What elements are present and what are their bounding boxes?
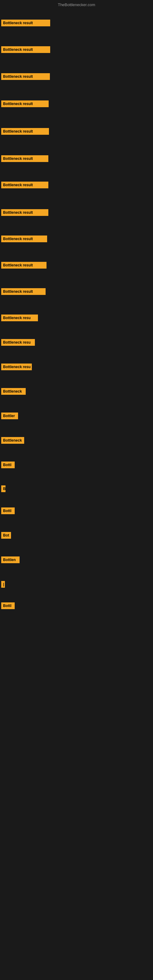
bottleneck-label: Bottleneck result — [1, 209, 48, 216]
bottleneck-label: Bottleneck result — [1, 288, 46, 295]
bottleneck-label: Bot — [1, 532, 11, 539]
bottleneck-item: Bottleneck result — [1, 155, 48, 163]
bottleneck-label: Bottleneck result — [1, 155, 48, 162]
bottleneck-label: Bottl — [1, 508, 15, 514]
bottleneck-item: Bottleneck resu — [1, 339, 35, 347]
bottleneck-label: Bottleneck result — [1, 128, 49, 135]
bottleneck-label: Bottleneck — [1, 437, 24, 444]
bottleneck-item: Bottleneck — [1, 437, 24, 445]
bottleneck-item: Bottl — [1, 508, 15, 515]
bottleneck-item: Bottleneck result — [1, 262, 46, 270]
bottleneck-label: Bottleneck result — [1, 181, 48, 188]
bottleneck-label: | — [1, 581, 5, 588]
bottleneck-label: Bottleneck result — [1, 262, 46, 269]
bottleneck-label: Bottleneck resu — [1, 315, 38, 321]
bottleneck-label: Bottleneck result — [1, 20, 50, 26]
bottleneck-label: Bottl — [1, 602, 15, 609]
bottleneck-item: Bottleneck result — [1, 73, 50, 81]
bottleneck-item: | — [1, 581, 5, 589]
bottleneck-item: Bottleneck — [1, 388, 26, 396]
bottleneck-item: Bottleneck result — [1, 128, 49, 136]
bottleneck-item: Bot — [1, 532, 11, 540]
bottleneck-item: Bottler — [1, 412, 18, 420]
bottleneck-item: Bottleneck resu — [1, 315, 38, 323]
bottleneck-label: Bottler — [1, 412, 18, 419]
bottleneck-item: Bottleneck result — [1, 100, 49, 108]
bottleneck-label: Bottleneck result — [1, 73, 50, 80]
bottleneck-item: Bottleneck result — [1, 209, 48, 217]
bottleneck-item: Bottl — [1, 602, 15, 610]
site-title: TheBottlenecker.com — [0, 0, 153, 8]
bottleneck-item: Bottleneck result — [1, 288, 46, 296]
bottleneck-label: Bottl — [1, 461, 15, 468]
bottleneck-label: Bottlen — [1, 557, 19, 563]
bottleneck-item: Bottleneck resu — [1, 364, 32, 371]
site-header: TheBottlenecker.com — [0, 0, 153, 8]
bottleneck-item: Bottlen — [1, 557, 19, 565]
bottleneck-label: Bottleneck resu — [1, 364, 32, 370]
bottleneck-item: Bottleneck result — [1, 20, 50, 27]
bottleneck-label: Bottleneck — [1, 388, 26, 395]
bottleneck-item: Bottl — [1, 461, 15, 469]
bottleneck-item: Bottleneck result — [1, 46, 50, 54]
bottleneck-label: Bottleneck result — [1, 235, 47, 242]
bottleneck-item: B — [1, 485, 5, 493]
bottleneck-label: Bottleneck resu — [1, 339, 35, 346]
bottleneck-label: B — [1, 485, 5, 492]
bottleneck-label: Bottleneck result — [1, 100, 49, 107]
bottleneck-item: Bottleneck result — [1, 181, 48, 189]
bottleneck-item: Bottleneck result — [1, 235, 47, 243]
bottleneck-label: Bottleneck result — [1, 46, 50, 53]
